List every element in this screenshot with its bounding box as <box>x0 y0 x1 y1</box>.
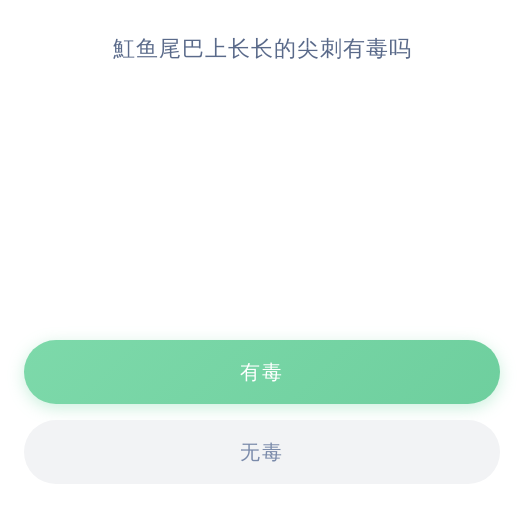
buttons-area: 有毒 无毒 <box>0 340 524 532</box>
content-area <box>0 65 524 340</box>
non-poisonous-button[interactable]: 无毒 <box>24 420 500 484</box>
question-area: 魟鱼尾巴上长长的尖刺有毒吗 <box>0 0 524 65</box>
poisonous-button[interactable]: 有毒 <box>24 340 500 404</box>
question-text: 魟鱼尾巴上长长的尖刺有毒吗 <box>113 36 412 61</box>
